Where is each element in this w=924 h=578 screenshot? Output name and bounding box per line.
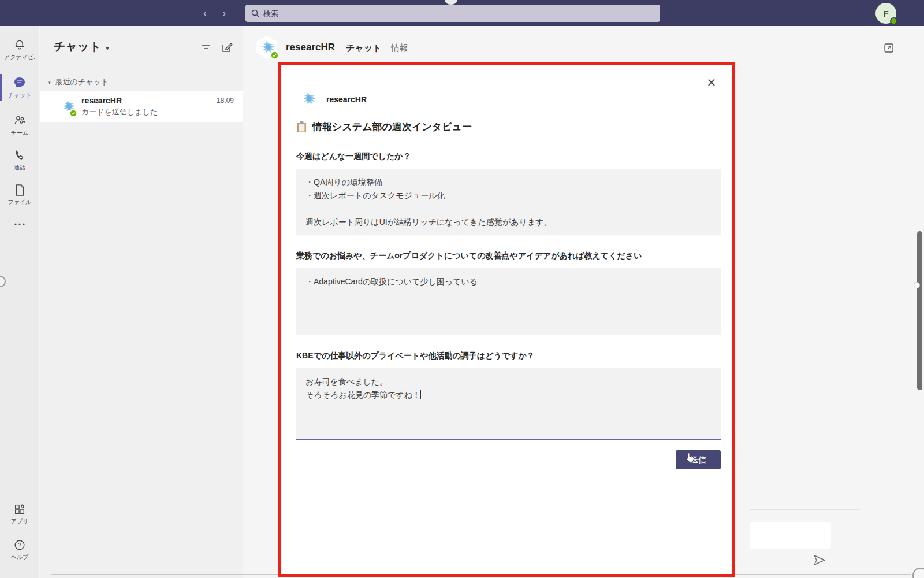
chevron-down-icon: ▾: [106, 44, 109, 52]
rail-item-help[interactable]: ? ヘルプ: [0, 533, 39, 566]
user-avatar[interactable]: F: [875, 3, 896, 24]
active-indicator: [0, 74, 2, 101]
chat-item-name: researcHR: [81, 96, 122, 105]
rail-label: チャット: [8, 91, 32, 99]
more-icon: [13, 222, 26, 227]
tab-chat[interactable]: チャット: [346, 43, 381, 54]
answer-text-2: ・AdaptiveCardの取扱について少し困っている: [305, 277, 478, 286]
rail-label: ファイル: [8, 198, 32, 206]
rail-item-teams[interactable]: チーム: [0, 108, 39, 142]
app-top-bar: ‹ › F: [0, 0, 924, 26]
rail-item-apps[interactable]: アプリ: [0, 497, 39, 531]
answer-input-3-focused[interactable]: お寿司を食べました。 そろそろお花見の季節ですね！: [296, 368, 721, 440]
chat-item-time: 18:09: [217, 97, 234, 105]
send-plane-icon[interactable]: [813, 553, 826, 567]
message-compose-input[interactable]: [750, 522, 831, 549]
rail-label: アクティビ.: [4, 53, 35, 61]
section-recent-chats[interactable]: ▾最近のチャット: [48, 77, 109, 87]
status-available-icon: [271, 51, 278, 59]
tab-info[interactable]: 情報: [391, 43, 408, 54]
section-label: 最近のチャット: [55, 77, 109, 86]
help-icon: ?: [13, 539, 26, 551]
rail-item-activity[interactable]: アクティビ.: [0, 33, 39, 66]
answer-text-3: お寿司を食べました。 そろそろお花見の季節ですね！: [305, 377, 420, 399]
question-label-2: 業務でのお悩みや、チームorプロダクトについての改善点やアイデアがあれば教えてく…: [296, 251, 701, 261]
search-input[interactable]: [263, 9, 654, 18]
global-search[interactable]: [245, 5, 660, 22]
nav-back-icon[interactable]: ‹: [198, 6, 213, 21]
bell-icon: [13, 39, 26, 51]
answer-input-2[interactable]: ・AdaptiveCardの取扱について少し困っている: [296, 268, 721, 335]
status-available-icon: [70, 110, 77, 117]
rail-label: 通話: [14, 164, 25, 172]
chat-item-preview: カードを送信しました: [81, 107, 158, 117]
rail-label: チーム: [11, 129, 28, 137]
collapse-triangle-icon: ▾: [48, 80, 51, 86]
panel-title[interactable]: チャット▾: [54, 39, 109, 54]
compose-divider: [750, 509, 860, 510]
clipboard-icon: [296, 121, 307, 133]
rail-item-files[interactable]: ファイル: [0, 178, 39, 212]
new-chat-icon[interactable]: [221, 41, 233, 54]
mouse-hand-cursor: [685, 452, 695, 464]
weekly-interview-card-dialog: ✕ researcHR 情報システム部の週次インタビュー 今週はどんな一週間でし…: [278, 62, 735, 577]
rail-item-calls[interactable]: 通話: [0, 143, 39, 177]
phone-icon: [13, 149, 26, 162]
card-title-row: 情報システム部の週次インタビュー: [296, 120, 472, 134]
close-icon[interactable]: ✕: [706, 77, 717, 89]
researchr-avatar: [299, 90, 316, 108]
question-label-3: KBEでの仕事以外のプライベートや他活動の調子はどうですか？: [296, 351, 701, 361]
conversation-title: researcHR: [286, 42, 335, 53]
answer-text-1: ・QA周りの環境整備 ・週次レポートのタスクモジュール化 週次レポート周りはUI…: [305, 177, 552, 227]
chat-list-item-researchr[interactable]: researcHR カードを送信しました 18:09: [40, 91, 243, 122]
app-rail: アクティビ. チャット チーム 通話 ファイル アプリ ? ヘル: [0, 26, 39, 578]
file-icon: [14, 184, 25, 197]
chat-icon: [13, 76, 27, 90]
send-button[interactable]: 送信: [676, 450, 721, 469]
rail-label: アプリ: [11, 517, 29, 525]
answer-input-1[interactable]: ・QA周りの環境整備 ・週次レポートのタスクモジュール化 週次レポート周りはUI…: [296, 169, 721, 235]
card-title: 情報システム部の週次インタビュー: [312, 120, 472, 134]
rail-item-chat[interactable]: チャット: [0, 71, 39, 104]
filter-icon[interactable]: [200, 41, 213, 54]
teams-app-window: ‹ › F アクティビ. チャット チーム 通話: [0, 0, 924, 578]
user-status-available-icon: [890, 17, 897, 25]
nav-forward-icon[interactable]: ›: [217, 6, 232, 21]
rail-item-more[interactable]: [0, 213, 39, 236]
search-icon: [251, 9, 259, 17]
open-in-window-icon[interactable]: [883, 42, 895, 54]
apps-icon: [13, 503, 26, 516]
card-sender-name: researcHR: [326, 95, 367, 104]
teams-icon: [13, 113, 27, 127]
rail-label: ヘルプ: [11, 553, 29, 561]
question-label-1: 今週はどんな一週間でしたか？: [296, 151, 701, 162]
svg-text:?: ?: [18, 542, 21, 548]
chat-list-panel: チャット▾ ▾最近のチャット researcHR カードを送信しました 18:0…: [40, 26, 243, 578]
user-initial: F: [883, 9, 888, 18]
vertical-scrollbar-thumb[interactable]: [917, 231, 922, 390]
scrollbar-notch-artifact: [914, 282, 920, 288]
panel-title-label: チャット: [54, 40, 101, 53]
conversation-avatar: [255, 36, 278, 59]
text-caret: [420, 390, 421, 399]
